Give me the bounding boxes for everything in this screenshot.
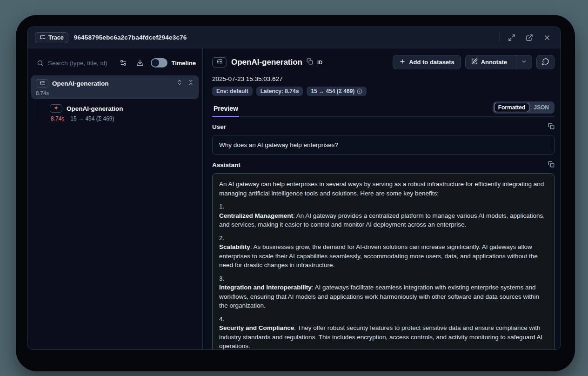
topbar-divider xyxy=(500,33,500,42)
trace-badge-label: Trace xyxy=(48,34,64,41)
info-icon xyxy=(357,88,362,94)
env-badge: Env: default xyxy=(212,87,253,96)
tree-connector-line xyxy=(37,99,37,119)
sparkle-icon xyxy=(53,104,59,113)
user-label: User xyxy=(212,123,548,130)
tree-item-name: OpenAI-generation xyxy=(52,80,173,87)
assistant-list-item: 2. Scalability: As businesses grow, the … xyxy=(219,234,548,270)
trace-detail-dialog: Trace 96458795ebc6a2c7ba4fdcef294e3c76 xyxy=(27,27,561,350)
close-button[interactable] xyxy=(541,32,553,44)
tab-preview[interactable]: Preview xyxy=(212,102,243,116)
format-option-formatted[interactable]: Formatted xyxy=(494,103,530,112)
annotate-dropdown-button[interactable] xyxy=(516,55,532,69)
chevron-down-icon xyxy=(521,59,527,66)
trace-node-badge xyxy=(212,57,227,67)
copy-id-button[interactable] xyxy=(307,58,313,66)
assistant-section-header: Assistant xyxy=(212,161,555,169)
list-tree-icon xyxy=(216,58,223,67)
timeline-toggle[interactable] xyxy=(151,58,167,67)
search-box[interactable] xyxy=(37,60,113,67)
assistant-list-item: 1. Centralized Management: An AI gateway… xyxy=(219,202,548,229)
copy-icon xyxy=(307,58,313,66)
detail-header: OpenAI-generation ID Add to datasets xyxy=(212,55,555,69)
tree-item-trace-root[interactable]: OpenAI-generation 8.74s xyxy=(31,75,199,99)
list-tree-icon xyxy=(40,79,45,87)
generation-token-usage: 15 → 454 (Σ 469) xyxy=(70,115,114,122)
download-button[interactable] xyxy=(134,57,146,69)
list-item-body: Scalability: As businesses grow, the dem… xyxy=(219,242,548,270)
unfold-all-icon[interactable] xyxy=(176,79,183,87)
pencil-square-icon xyxy=(471,58,478,66)
list-item-body: Security and Compliance: They offer robu… xyxy=(219,323,548,349)
assistant-label: Assistant xyxy=(212,161,548,168)
copy-assistant-message-button[interactable] xyxy=(548,161,555,169)
plus-icon xyxy=(399,58,406,66)
open-in-new-tab-button[interactable] xyxy=(523,32,535,44)
timeline-toggle-label: Timeline xyxy=(171,60,196,67)
trace-detail-panel: OpenAI-generation ID Add to datasets xyxy=(203,48,561,349)
list-tree-icon xyxy=(40,34,46,41)
comments-button[interactable] xyxy=(536,55,555,69)
trace-tree-sidebar: Timeline OpenAI-generation xyxy=(27,48,203,349)
annotate-label: Annotate xyxy=(481,59,507,66)
external-link-icon xyxy=(526,34,533,41)
user-message: Why does an AI gateway help enterprises? xyxy=(212,135,555,155)
tree-item-generation[interactable]: OpenAI-generation 8.74s 15 → 454 (Σ 469) xyxy=(37,99,199,122)
comment-bubble-icon xyxy=(542,58,549,67)
metadata-badges: Env: default Latency: 8.74s 15 → 454 (Σ … xyxy=(212,87,555,96)
search-input[interactable] xyxy=(48,60,112,67)
assistant-intro: An AI gateway can help enterprises in se… xyxy=(219,180,548,198)
generation-node-badge xyxy=(50,104,62,113)
search-icon xyxy=(37,60,44,67)
page-title: OpenAI-generation xyxy=(231,58,302,67)
expand-fullscreen-button[interactable] xyxy=(506,32,518,44)
maximize-icon xyxy=(508,34,515,41)
copy-user-message-button[interactable] xyxy=(548,123,555,131)
copy-icon xyxy=(548,161,555,169)
trace-type-badge: Trace xyxy=(35,32,68,43)
tree-item-name: OpenAI-generation xyxy=(67,105,123,112)
list-item-body: Centralized Management: An AI gateway pr… xyxy=(219,211,548,229)
generation-latency: 8.74s xyxy=(51,115,64,122)
trace-id: 96458795ebc6a2c7ba4fdcef294e3c76 xyxy=(74,34,187,41)
active-tab-underline xyxy=(212,116,239,117)
list-item-number: 1. xyxy=(219,202,548,211)
user-section-header: User xyxy=(212,123,555,131)
assistant-list-item: 3. Integration and Interoperability: AI … xyxy=(219,274,548,310)
sidebar-toolbar: Timeline xyxy=(27,53,202,74)
download-icon xyxy=(136,59,144,67)
trace-node-badge xyxy=(36,79,48,87)
format-toggle: Formatted JSON xyxy=(493,101,555,114)
trace-timestamp: 2025-07-23 15:35:03.627 xyxy=(212,75,555,82)
fold-all-icon[interactable] xyxy=(187,79,194,87)
assistant-list-item: 4. Security and Compliance: They offer r… xyxy=(219,315,548,350)
add-to-datasets-button[interactable]: Add to datasets xyxy=(393,55,461,69)
tree-item-latency: 8.74s xyxy=(36,90,194,96)
assistant-items: 1. Centralized Management: An AI gateway… xyxy=(219,202,548,349)
list-item-number: 3. xyxy=(219,274,548,283)
list-item-body: Integration and Interoperability: AI gat… xyxy=(219,283,548,310)
sliders-icon xyxy=(120,59,127,67)
id-label: ID xyxy=(317,60,323,65)
annotate-split-button: Annotate xyxy=(465,55,532,69)
copy-icon xyxy=(548,123,555,131)
latency-badge: Latency: 8.74s xyxy=(256,87,303,96)
annotate-button[interactable]: Annotate xyxy=(466,55,513,69)
view-settings-button[interactable] xyxy=(117,57,129,69)
dialog-topbar: Trace 96458795ebc6a2c7ba4fdcef294e3c76 xyxy=(27,27,561,48)
add-to-datasets-label: Add to datasets xyxy=(409,59,454,66)
list-item-number: 2. xyxy=(219,234,548,243)
token-usage-badge[interactable]: 15 → 454 (Σ 469) xyxy=(307,87,367,96)
observation-tree: OpenAI-generation 8.74s xyxy=(27,74,202,122)
list-item-number: 4. xyxy=(219,315,548,324)
format-option-json[interactable]: JSON xyxy=(529,103,553,112)
assistant-message: An AI gateway can help enterprises in se… xyxy=(212,173,555,349)
detail-tabs: Preview Formatted JSON xyxy=(212,101,555,117)
close-icon xyxy=(543,34,551,41)
